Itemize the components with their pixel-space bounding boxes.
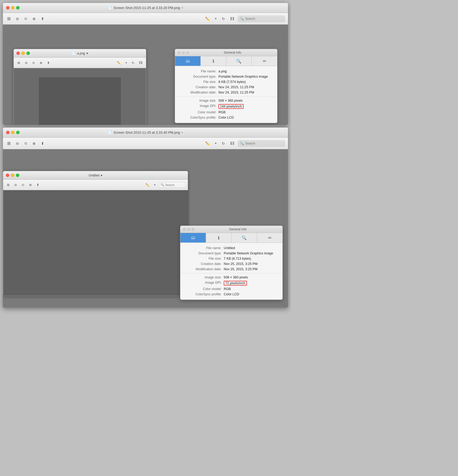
- info-tab-search-top[interactable]: 🔍: [226, 56, 252, 66]
- bottom-inner-annotate-drop-btn[interactable]: ▾: [153, 182, 157, 187]
- top-outer-window-title: 📄 Screen Shot 2015-11-25 at 3.33.20 PM.p…: [108, 6, 183, 10]
- inner-zoom-in-btn[interactable]: ⊕: [38, 60, 44, 66]
- bottom-title-chevron[interactable]: ▾: [182, 131, 183, 134]
- close-button-top-outer[interactable]: [6, 6, 10, 10]
- bottom-slideshow-btn[interactable]: 🎞: [229, 140, 236, 147]
- bottom-zoom-in-btn[interactable]: ⊕: [31, 140, 37, 147]
- modification-label-top: Modification date:: [179, 91, 216, 94]
- bottom-inner-search-box[interactable]: 🔍: [159, 182, 186, 188]
- inner-rotate-btn[interactable]: ↻: [130, 60, 136, 66]
- bottom-inner-titlebar: Untitled ▾: [3, 171, 188, 180]
- title-chevron[interactable]: ▾: [182, 6, 183, 9]
- inner-title-chevron[interactable]: ▾: [86, 52, 88, 55]
- top-inner-title-text: a.png: [77, 52, 85, 55]
- info-row-colorsync-bottom: ColorSync profile: Color LCD: [180, 292, 282, 297]
- close-button-bottom-outer[interactable]: [6, 131, 10, 134]
- bottom-inner-sidebar-btn[interactable]: ⊞: [5, 182, 11, 188]
- bottom-inner-title: Untitled ▾: [89, 174, 102, 177]
- colorsync-value-top: Color LCD: [218, 116, 234, 119]
- minimize-button-bottom-outer[interactable]: [11, 131, 15, 134]
- info-minimize-light-bottom[interactable]: [187, 228, 190, 231]
- bottom-doc-icon: 📄: [108, 131, 112, 134]
- inner-slideshow-btn[interactable]: 🎞: [138, 60, 144, 66]
- dpi-label-top: Image DPI:: [179, 104, 216, 109]
- inner-doc-icon: 📄: [72, 52, 76, 55]
- bottom-inner-actual-size-btn[interactable]: ⊙: [20, 182, 26, 188]
- bottom-rotate-btn[interactable]: ↻: [220, 140, 227, 147]
- info-tab-edit-top[interactable]: ✏: [252, 56, 277, 66]
- info-tab-file-bottom[interactable]: 🗂: [180, 233, 206, 242]
- annotate-dropdown-btn[interactable]: ▾: [213, 16, 218, 21]
- maximize-button-top-outer[interactable]: [16, 6, 20, 10]
- bottom-actual-size-btn[interactable]: ⊙: [23, 140, 29, 146]
- inner-annotate-drop-btn[interactable]: ▾: [124, 60, 129, 65]
- bottom-inner-zoom-in-btn[interactable]: ⊕: [28, 182, 33, 188]
- minimize-btn-inner-top[interactable]: [21, 52, 25, 55]
- bottom-inner-search-input[interactable]: [165, 183, 184, 186]
- info-mini-lights-top: [178, 51, 189, 54]
- zoom-in-btn[interactable]: ⊕: [31, 16, 37, 22]
- inner-annotate-btn[interactable]: ✏️: [115, 60, 122, 66]
- maximize-btn-inner-top[interactable]: [26, 52, 30, 55]
- info-tab-info-bottom[interactable]: ℹ: [206, 233, 232, 242]
- filesize-label-bottom: File size:: [185, 257, 222, 260]
- info-tab-search-bottom[interactable]: 🔍: [232, 233, 257, 242]
- bottom-outer-toolbar: ⊞ ⊖ ⊙ ⊕ ⬆ ✏️ ▾ ↻ 🎞 🔍: [3, 138, 288, 149]
- zoom-out-btn[interactable]: ⊖: [14, 16, 21, 22]
- bottom-zoom-out-btn[interactable]: ⊖: [14, 140, 21, 147]
- bottom-search-icon: 🔍: [240, 142, 244, 145]
- annotate-btn[interactable]: ✏️: [204, 16, 211, 22]
- info-close-light-top[interactable]: [178, 51, 181, 54]
- creation-value-top: Nov 24, 2015, 11:25 PM: [218, 85, 254, 89]
- top-outer-search-input[interactable]: [245, 17, 283, 21]
- info-mini-lights-bottom: [183, 228, 194, 231]
- info-tab-file-top[interactable]: 🗂: [175, 56, 201, 66]
- info-row-modification-bottom: Modification date: Nov 25, 2015, 3:25 PM: [180, 267, 282, 272]
- close-btn-inner-bottom[interactable]: [6, 174, 9, 177]
- bottom-inner-share-btn[interactable]: ⬆: [35, 182, 41, 188]
- bottom-annotate-btn[interactable]: ✏️: [204, 140, 211, 147]
- modification-label-bottom: Modification date:: [185, 267, 222, 271]
- maximize-btn-inner-bottom[interactable]: [16, 174, 19, 177]
- slideshow-btn[interactable]: 🎞: [229, 16, 236, 22]
- general-info-panel-top: General Info 🗂 ℹ 🔍 ✏ File name: a.png Do…: [175, 49, 277, 123]
- info-maximize-light-top[interactable]: [186, 51, 189, 54]
- info-tabs-top: 🗂 ℹ 🔍 ✏: [175, 56, 277, 66]
- info-row-filename-top: File name: a.png: [175, 69, 277, 74]
- inner-sidebar-btn[interactable]: ⊞: [16, 60, 22, 66]
- top-outer-search-box[interactable]: 🔍: [238, 15, 285, 22]
- minimize-button-top-outer[interactable]: [11, 6, 15, 10]
- inner-actual-size-btn[interactable]: ⊙: [31, 60, 36, 66]
- info-row-filename-bottom: File name: Untitled: [180, 245, 282, 251]
- bottom-inner-chevron[interactable]: ▾: [101, 174, 102, 177]
- bottom-sidebar-toggle-btn[interactable]: ⊞: [6, 140, 12, 147]
- bottom-inner-zoom-out-btn[interactable]: ⊖: [13, 182, 19, 188]
- sidebar-toggle-btn[interactable]: ⊞: [6, 15, 12, 22]
- bottom-inner-annotate-btn[interactable]: ✏️: [144, 182, 151, 188]
- info-panel-title-bottom: General Info: [196, 227, 280, 231]
- bottom-outer-search-box[interactable]: 🔍: [238, 140, 285, 147]
- bottom-annotate-dropdown-btn[interactable]: ▾: [213, 141, 218, 146]
- inner-share-btn[interactable]: ⬆: [45, 60, 51, 66]
- minimize-btn-inner-bottom[interactable]: [11, 174, 14, 177]
- actual-size-btn[interactable]: ⊙: [23, 16, 29, 22]
- info-titlebar-top: General Info: [175, 49, 277, 56]
- bottom-share-btn[interactable]: ⬆: [39, 140, 46, 147]
- info-tab-edit-bottom[interactable]: ✏: [257, 233, 282, 242]
- top-inner-window: 📄 a.png ▾ ⊞ ⊖ ⊙ ⊕ ⬆ ✏️ ▾ ↻ 🎞: [13, 49, 146, 125]
- close-btn-inner-top[interactable]: [16, 52, 20, 55]
- info-tab-info-top[interactable]: ℹ: [201, 56, 226, 66]
- colorsync-label-bottom: ColorSync profile:: [185, 292, 222, 296]
- info-minimize-light-top[interactable]: [182, 51, 185, 54]
- inner-zoom-out-btn[interactable]: ⊖: [23, 60, 29, 66]
- bottom-outer-search-input[interactable]: [245, 142, 283, 145]
- top-outer-content: 📄 a.png ▾ ⊞ ⊖ ⊙ ⊕ ⬆ ✏️ ▾ ↻ 🎞: [3, 25, 288, 125]
- bottom-inner-toolbar: ⊞ ⊖ ⊙ ⊕ ⬆ ✏️ ▾ 🔍: [3, 180, 188, 190]
- info-close-light-bottom[interactable]: [183, 228, 186, 231]
- info-maximize-light-bottom[interactable]: [191, 228, 194, 231]
- bottom-inner-title-text: Untitled: [89, 174, 99, 177]
- rotate-btn[interactable]: ↻: [220, 16, 227, 22]
- info-row-dpi-bottom: Image DPI: 72 pixels/inch: [180, 280, 282, 286]
- share-btn[interactable]: ⬆: [39, 16, 46, 22]
- maximize-button-bottom-outer[interactable]: [16, 131, 20, 134]
